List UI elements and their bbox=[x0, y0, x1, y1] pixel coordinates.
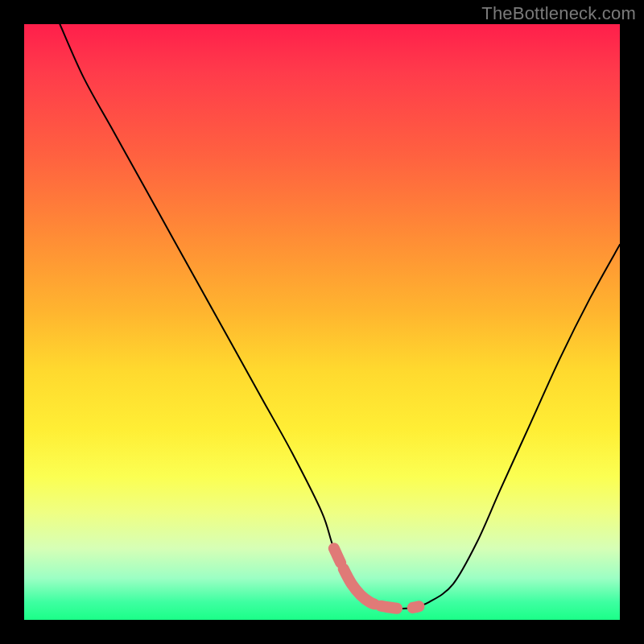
chart-plot-area bbox=[24, 24, 620, 620]
bottleneck-curve bbox=[24, 24, 620, 620]
watermark-text: TheBottleneck.com bbox=[481, 3, 636, 24]
curve-line bbox=[60, 24, 620, 609]
curve-highlight bbox=[334, 548, 453, 609]
chart-frame: TheBottleneck.com bbox=[0, 0, 644, 644]
